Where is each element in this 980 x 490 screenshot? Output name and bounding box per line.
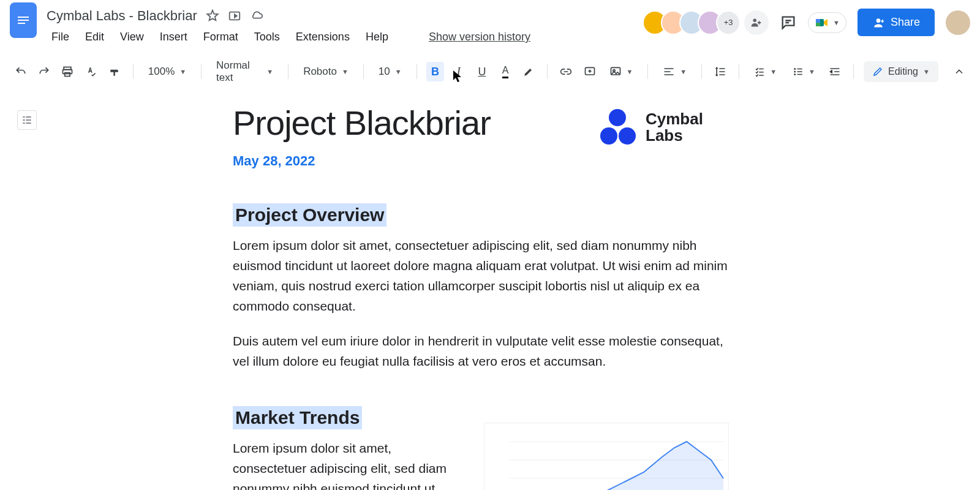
text-color-button[interactable]: A — [497, 62, 514, 81]
svg-point-13 — [794, 71, 796, 73]
svg-rect-14 — [797, 71, 802, 72]
menu-view[interactable]: View — [113, 28, 151, 46]
svg-rect-12 — [797, 69, 802, 70]
add-comment-button[interactable] — [581, 62, 598, 81]
svg-rect-4 — [816, 23, 820, 26]
star-icon[interactable] — [206, 9, 219, 23]
cloud-status-icon[interactable] — [250, 9, 263, 23]
highlight-color-button[interactable] — [520, 62, 537, 81]
bulleted-list-button[interactable]: ▼ — [788, 66, 820, 77]
avatar-overflow[interactable]: +3 — [716, 10, 741, 35]
underline-button[interactable]: U — [473, 62, 491, 81]
paint-format-button[interactable] — [106, 62, 123, 81]
svg-rect-3 — [816, 19, 820, 23]
undo-button[interactable] — [12, 62, 29, 81]
doc-paragraph[interactable]: Lorem ipsum dolor sit amet, consectetuer… — [233, 235, 735, 317]
editing-mode-button[interactable]: Editing ▼ — [864, 61, 938, 82]
zoom-select[interactable]: 100%▼ — [143, 66, 191, 78]
embedded-chart[interactable] — [484, 423, 729, 490]
menu-extensions[interactable]: Extensions — [288, 28, 357, 46]
decrease-indent-button[interactable] — [826, 62, 843, 81]
share-button[interactable]: Share — [858, 9, 935, 36]
font-size-select[interactable]: 10▼ — [374, 66, 407, 78]
doc-paragraph[interactable]: Lorem ipsum dolor sit amet, consectetuer… — [233, 438, 466, 490]
menu-help[interactable]: Help — [358, 28, 396, 46]
collaborator-avatars[interactable]: +3 — [649, 10, 769, 35]
docs-app-icon[interactable] — [10, 2, 37, 38]
account-avatar[interactable] — [946, 10, 970, 35]
font-family-select[interactable]: Roboto▼ — [298, 66, 353, 78]
svg-point-15 — [794, 74, 796, 75]
svg-point-1 — [753, 18, 757, 21]
bold-button[interactable]: B — [426, 62, 443, 81]
comments-icon[interactable] — [780, 14, 797, 31]
menu-edit[interactable]: Edit — [78, 28, 111, 46]
checklist-button[interactable]: ▼ — [749, 66, 782, 77]
version-history-link[interactable]: Show version history — [421, 28, 538, 46]
menu-file[interactable]: File — [44, 28, 77, 46]
doc-heading-overview[interactable]: Project Overview — [233, 203, 386, 227]
align-button[interactable]: ▼ — [658, 66, 692, 78]
move-icon[interactable] — [228, 9, 241, 23]
format-toolbar: 100%▼ Normal text▼ Roboto▼ 10▼ B I U A ▼… — [0, 53, 980, 91]
anonymous-user-icon[interactable] — [744, 10, 769, 35]
spellcheck-button[interactable] — [83, 62, 100, 81]
chevron-down-icon: ▼ — [833, 19, 840, 26]
document-outline-button[interactable] — [17, 110, 37, 130]
doc-date[interactable]: May 28, 2022 — [233, 153, 735, 169]
menu-tools[interactable]: Tools — [247, 28, 287, 46]
redo-button[interactable] — [36, 62, 53, 81]
svg-rect-16 — [797, 74, 802, 75]
menu-insert[interactable]: Insert — [153, 28, 195, 46]
insert-link-button[interactable] — [557, 62, 575, 81]
svg-point-11 — [794, 68, 796, 70]
insert-image-button[interactable]: ▼ — [605, 66, 638, 78]
print-button[interactable] — [59, 62, 76, 81]
document-title[interactable]: Cymbal Labs - Blackbriar — [47, 8, 197, 24]
doc-heading-title[interactable]: Project Blackbriar — [233, 104, 735, 142]
italic-button[interactable]: I — [450, 62, 467, 81]
menu-format[interactable]: Format — [196, 28, 246, 46]
share-button-label: Share — [891, 16, 920, 29]
doc-heading-market[interactable]: Market Trends — [233, 406, 362, 429]
paragraph-style-select[interactable]: Normal text▼ — [211, 59, 278, 84]
meet-button[interactable]: ▼ — [808, 12, 846, 33]
doc-paragraph[interactable]: Duis autem vel eum iriure dolor in hendr… — [233, 331, 735, 371]
line-spacing-button[interactable] — [712, 62, 729, 81]
collapse-toolbar-button[interactable] — [951, 62, 968, 81]
